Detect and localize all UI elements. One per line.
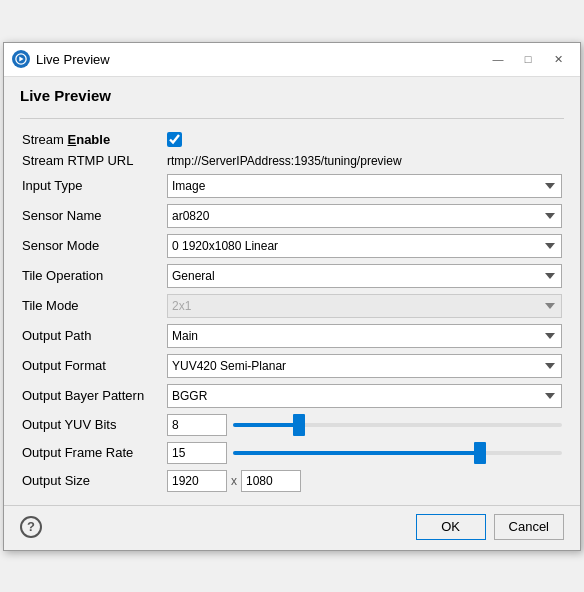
sensor-name-select[interactable]: ar0820	[167, 204, 562, 228]
output-yuv-bits-slider-fill	[233, 423, 299, 427]
output-yuv-bits-input[interactable]	[167, 414, 227, 436]
output-size-label: Output Size	[20, 467, 165, 495]
output-path-row: Output Path Main	[20, 321, 564, 351]
window-controls: — □ ✕	[484, 48, 572, 70]
stream-enable-label: Stream Enable	[20, 129, 165, 150]
output-format-row: Output Format YUV420 Semi-Planar	[20, 351, 564, 381]
output-yuv-bits-label: Output YUV Bits	[20, 411, 165, 439]
ok-button[interactable]: OK	[416, 514, 486, 540]
tile-operation-label: Tile Operation	[20, 261, 165, 291]
output-frame-rate-slider-thumb[interactable]	[474, 442, 486, 464]
tile-mode-value: 2x1	[165, 291, 564, 321]
output-format-value: YUV420 Semi-Planar	[165, 351, 564, 381]
close-button[interactable]: ✕	[544, 48, 572, 70]
sensor-name-value: ar0820	[165, 201, 564, 231]
output-path-value: Main	[165, 321, 564, 351]
input-type-value: Image Video Camera	[165, 171, 564, 201]
footer-buttons: OK Cancel	[416, 514, 564, 540]
sensor-mode-value: 0 1920x1080 Linear	[165, 231, 564, 261]
maximize-button[interactable]: □	[514, 48, 542, 70]
tile-mode-select[interactable]: 2x1	[167, 294, 562, 318]
input-type-select[interactable]: Image Video Camera	[167, 174, 562, 198]
output-yuv-bits-slider-track	[233, 423, 562, 427]
output-frame-rate-label: Output Frame Rate	[20, 439, 165, 467]
stream-rtmp-url-label: Stream RTMP URL	[20, 150, 165, 171]
output-size-x: x	[231, 474, 237, 488]
stream-enable-row: Stream Enable	[20, 129, 564, 150]
minimize-button[interactable]: —	[484, 48, 512, 70]
stream-enable-value	[165, 129, 564, 150]
main-window: Live Preview — □ ✕ Live Preview Stream E…	[3, 42, 581, 551]
page-title: Live Preview	[20, 87, 564, 104]
output-path-label: Output Path	[20, 321, 165, 351]
content-area: Live Preview Stream Enable Str	[4, 77, 580, 505]
sensor-mode-select[interactable]: 0 1920x1080 Linear	[167, 234, 562, 258]
output-size-height-input[interactable]	[241, 470, 301, 492]
output-frame-rate-slider-fill	[233, 451, 480, 455]
footer: ? OK Cancel	[4, 505, 580, 550]
output-yuv-bits-slider-thumb[interactable]	[293, 414, 305, 436]
output-format-label: Output Format	[20, 351, 165, 381]
app-icon	[12, 50, 30, 68]
settings-form: Stream Enable Stream RTMP URL rtmp://Ser…	[20, 129, 564, 495]
output-frame-rate-slider-container	[233, 442, 562, 464]
output-frame-rate-input[interactable]	[167, 442, 227, 464]
sensor-name-row: Sensor Name ar0820	[20, 201, 564, 231]
stream-rtmp-url-value: rtmp://ServerIPAddress:1935/tuning/previ…	[165, 150, 564, 171]
output-size-row: Output Size x	[20, 467, 564, 495]
cancel-button[interactable]: Cancel	[494, 514, 564, 540]
output-size-width-input[interactable]	[167, 470, 227, 492]
output-bayer-row: Output Bayer Pattern BGGR	[20, 381, 564, 411]
output-yuv-bits-slider-container	[233, 414, 562, 436]
output-frame-rate-slider-track	[233, 451, 562, 455]
output-frame-rate-value	[165, 439, 564, 467]
input-type-label: Input Type	[20, 171, 165, 201]
divider	[20, 118, 564, 119]
stream-enable-checkbox[interactable]	[167, 132, 182, 147]
tile-operation-value: General	[165, 261, 564, 291]
output-yuv-bits-row: Output YUV Bits	[20, 411, 564, 439]
output-bayer-value: BGGR	[165, 381, 564, 411]
title-bar: Live Preview — □ ✕	[4, 43, 580, 77]
sensor-mode-row: Sensor Mode 0 1920x1080 Linear	[20, 231, 564, 261]
output-frame-rate-row: Output Frame Rate	[20, 439, 564, 467]
tile-mode-row: Tile Mode 2x1	[20, 291, 564, 321]
output-format-select[interactable]: YUV420 Semi-Planar	[167, 354, 562, 378]
tile-operation-select[interactable]: General	[167, 264, 562, 288]
output-yuv-bits-value	[165, 411, 564, 439]
help-button[interactable]: ?	[20, 516, 42, 538]
output-bayer-select[interactable]: BGGR	[167, 384, 562, 408]
stream-rtmp-url-row: Stream RTMP URL rtmp://ServerIPAddress:1…	[20, 150, 564, 171]
sensor-name-label: Sensor Name	[20, 201, 165, 231]
input-type-row: Input Type Image Video Camera	[20, 171, 564, 201]
tile-operation-row: Tile Operation General	[20, 261, 564, 291]
tile-mode-label: Tile Mode	[20, 291, 165, 321]
output-bayer-label: Output Bayer Pattern	[20, 381, 165, 411]
window-title: Live Preview	[36, 52, 484, 67]
sensor-mode-label: Sensor Mode	[20, 231, 165, 261]
output-path-select[interactable]: Main	[167, 324, 562, 348]
output-size-value: x	[165, 467, 564, 495]
